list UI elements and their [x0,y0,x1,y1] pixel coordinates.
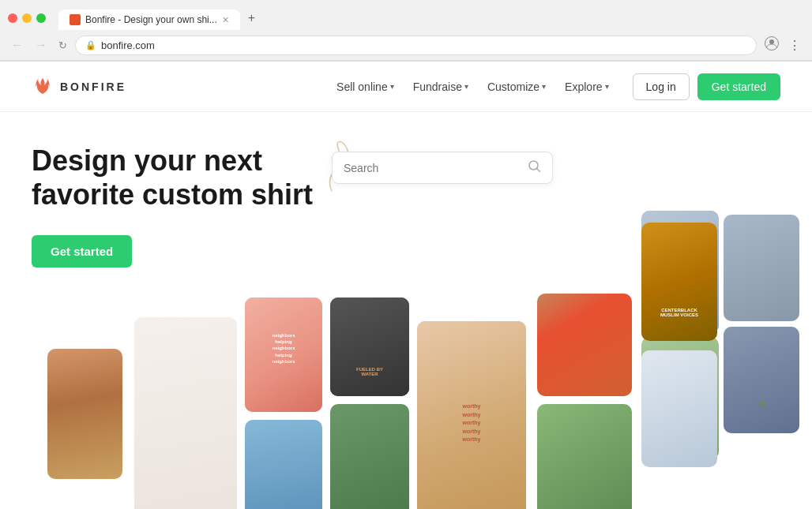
photo-5: FUELED BYWATER [330,298,409,396]
hero-cta-button[interactable]: Get started [32,235,132,268]
hero-left: Design your next favorite custom shirt G… [32,144,332,509]
new-tab-button[interactable]: + [240,6,263,30]
profile-button[interactable] [761,35,782,55]
menu-button[interactable]: ⋮ [785,36,804,54]
search-bar [332,152,553,184]
minimize-button[interactable] [22,13,32,23]
photo-6 [330,404,409,509]
tab-bar: Bonfire - Design your own shi... ✕ + [58,6,263,30]
svg-point-1 [769,39,774,44]
photo-13 [641,350,717,467]
hero-title: Design your next favorite custom shirt [32,144,332,211]
nav-explore[interactable]: Explore ▾ [557,76,616,98]
photo-14 [724,215,799,321]
photo-12: CENTERBLACKMUSLIM VOICES [641,223,717,341]
search-icon [528,160,541,175]
get-started-nav-button[interactable]: Get started [697,73,780,100]
nav-fundraise-label: Fundraise [413,80,462,93]
address-bar[interactable]: 🔒 bonfire.com [75,36,757,55]
login-button[interactable]: Log in [633,73,690,100]
nav-explore-label: Explore [565,80,602,93]
search-container [332,152,553,184]
nav-sell-online-label: Sell online [336,80,388,93]
nav-customize[interactable]: Customize ▾ [479,76,554,98]
hero-section: Design your next favorite custom shirt G… [0,112,812,509]
photo-15: 🌿 [724,327,799,433]
browser-chrome: Bonfire - Design your own shi... ✕ + ← →… [0,0,812,62]
window-controls [8,13,46,23]
photo-9 [537,404,632,509]
browser-titlebar: Bonfire - Design your own shi... ✕ + [0,0,812,30]
url-text: bonfire.com [101,39,155,51]
maximize-button[interactable] [36,13,46,23]
back-button[interactable]: ← [8,36,27,54]
customize-chevron: ▾ [542,82,546,91]
tab-title: Bonfire - Design your own shi... [85,14,217,25]
toolbar-right: ⋮ [761,35,804,55]
svg-line-3 [537,169,540,172]
close-button[interactable] [8,13,17,23]
bonfire-logo-icon [32,76,54,98]
nav-sell-online[interactable]: Sell online ▾ [329,76,402,98]
fundraise-chevron: ▾ [464,82,468,91]
sell-online-chevron: ▾ [390,82,394,91]
tab-favicon [70,14,81,25]
nav-links: Sell online ▾ Fundraise ▾ Customize ▾ Ex… [329,76,616,98]
site-nav: BONFIRE Sell online ▾ Fundraise ▾ Custom… [0,62,812,112]
forward-button[interactable]: → [32,36,51,54]
search-input[interactable] [344,162,528,174]
active-tab[interactable]: Bonfire - Design your own shi... ✕ [58,9,240,30]
photo-7: worthyworthyworthyworthyworthy [417,321,526,509]
logo-area: BONFIRE [32,76,126,98]
website-content: BONFIRE Sell online ▾ Fundraise ▾ Custom… [0,62,812,509]
lock-icon: 🔒 [85,40,96,51]
nav-actions: Log in Get started [633,73,780,100]
logo-text: BONFIRE [60,80,126,93]
photo-8 [537,294,632,396]
browser-toolbar: ← → ↻ 🔒 bonfire.com ⋮ [0,30,812,61]
reload-button[interactable]: ↻ [55,38,70,53]
tab-close-icon[interactable]: ✕ [222,15,229,25]
explore-chevron: ▾ [605,82,609,91]
nav-customize-label: Customize [487,80,539,93]
nav-fundraise[interactable]: Fundraise ▾ [405,76,476,98]
